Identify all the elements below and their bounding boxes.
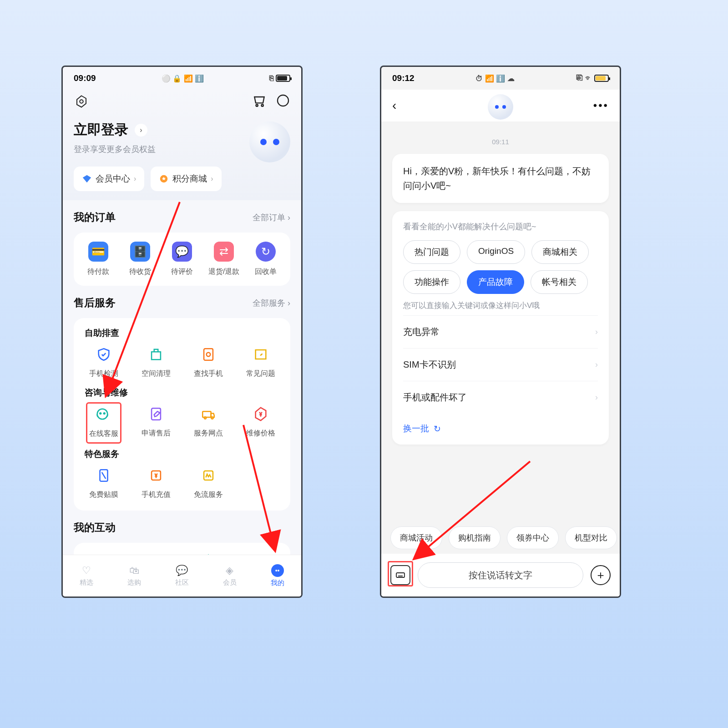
svc-service-center[interactable]: 服务网点: [182, 405, 234, 440]
phone-left: 09:09 ⚪ 🔒 📶 ℹ️ ⎘ 立即登录 › 登录享受更多会员权益: [61, 66, 303, 598]
status-bar: 09:09 ⚪ 🔒 📶 ℹ️ ⎘: [63, 67, 301, 90]
status-icons-right: ⎘ ᯤ: [576, 74, 609, 82]
avatar[interactable]: [249, 121, 290, 162]
chat-timestamp: 09:11: [392, 138, 609, 146]
interact-title: 我的互动: [74, 521, 116, 535]
voice-input[interactable]: 按住说话转文字: [418, 562, 583, 588]
svc-clean-storage[interactable]: 空间清理: [130, 345, 182, 379]
back-icon[interactable]: ‹: [392, 98, 396, 113]
svc-phone-check[interactable]: 手机检测: [77, 345, 130, 379]
menu-card: 看看全能的小V都能解决什么问题吧~ 热门问题 OriginOS 商城相关 功能操…: [392, 211, 609, 445]
chat-header: ‹ •••: [381, 90, 620, 121]
status-icons-right: ⎘: [269, 74, 290, 82]
cart-icon[interactable]: [252, 93, 267, 110]
svc-recharge[interactable]: 手机充值: [130, 466, 182, 500]
qc-activity[interactable]: 商城活动: [390, 526, 442, 549]
status-time: 09:12: [392, 73, 415, 83]
svc-find-phone[interactable]: 查找手机: [182, 345, 234, 379]
qc-guide[interactable]: 购机指南: [449, 526, 500, 549]
profile-header: 立即登录 › 登录享受更多会员权益 会员中心› 积分商城›: [63, 90, 301, 200]
member-center-chip[interactable]: 会员中心›: [74, 167, 144, 191]
svg-point-2: [262, 105, 263, 106]
tag-feature[interactable]: 功能操作: [403, 270, 460, 294]
status-icons-left: ⚪ 🔒 📶 ℹ️: [162, 74, 204, 83]
order-refund[interactable]: ⇄退货/退款: [203, 242, 245, 277]
quick-chips: 商城活动 购机指南 领券中心 机型对比 以: [381, 526, 620, 549]
svc-repair-price[interactable]: 维修价格: [234, 405, 287, 440]
svg-rect-5: [204, 349, 213, 360]
svc-group1-title: 自助排查: [77, 327, 287, 345]
svg-point-7: [97, 409, 107, 420]
svg-point-0: [80, 100, 83, 103]
qc-compare[interactable]: 机型对比: [565, 526, 617, 549]
status-time: 09:09: [74, 73, 96, 83]
svc-group3-title: 特色服务: [77, 448, 287, 466]
message-icon[interactable]: [276, 93, 290, 110]
order-pending-receive[interactable]: 🗄️待收货: [119, 242, 161, 277]
svg-point-9: [103, 413, 105, 414]
svg-rect-11: [202, 411, 211, 417]
tab-mine[interactable]: ••我的: [253, 555, 301, 597]
phone-right: 09:12 ⏱ 📶 ℹ️ ☁ ⎘ ᯤ ‹ ••• 09:11 Hi，亲爱的V粉，…: [380, 66, 621, 598]
menu-title: 看看全能的小V都能解决什么问题吧~: [403, 221, 598, 232]
svc-apply-aftersale[interactable]: 申请售后: [130, 405, 182, 440]
svc-online-support[interactable]: 在线客服: [77, 405, 130, 440]
orders-section: 我的订单 全部订单 › 💳待付款 🗄️待收货 💬待评价 ⇄退货/退款 ↻回收单: [63, 200, 301, 286]
svg-point-13: [211, 417, 213, 419]
tab-featured[interactable]: ♡精选: [63, 555, 111, 597]
svg-point-12: [204, 417, 206, 419]
svg-rect-20: [396, 573, 404, 577]
settings-icon[interactable]: [74, 94, 89, 109]
tag-hot[interactable]: 热门问题: [403, 240, 460, 264]
tag-shop[interactable]: 商城相关: [531, 240, 589, 264]
tag-account[interactable]: 帐号相关: [531, 270, 588, 294]
refresh-button[interactable]: 换一批 ↻: [403, 414, 598, 435]
tag-fault[interactable]: 产品故障: [467, 270, 524, 294]
tab-member[interactable]: ◈会员: [206, 555, 253, 597]
points-shop-label: 积分商城: [172, 173, 207, 185]
q-sim[interactable]: SIM卡不识别›: [403, 348, 598, 381]
q-charging[interactable]: 充电异常›: [403, 315, 598, 348]
svg-point-6: [206, 353, 210, 357]
order-pending-pay[interactable]: 💳待付款: [77, 242, 119, 277]
order-pending-review[interactable]: 💬待评价: [161, 242, 203, 277]
tag-originos[interactable]: OriginOS: [467, 240, 525, 264]
tab-shop[interactable]: 🛍选购: [111, 555, 158, 597]
more-icon[interactable]: •••: [593, 99, 609, 112]
svc-free-data[interactable]: 免流服务: [182, 466, 234, 500]
tab-community[interactable]: 💬社区: [158, 555, 206, 597]
orders-title: 我的订单: [74, 210, 116, 224]
qc-coupon[interactable]: 领券中心: [507, 526, 559, 549]
greeting-bubble: Hi，亲爱的V粉，新年快乐！有什么问题，不妨问问小V吧~: [392, 154, 609, 203]
tag-row: 热门问题 OriginOS 商城相关 功能操作 产品故障 帐号相关: [403, 240, 598, 294]
chat-body: 09:11 Hi，亲爱的V粉，新年快乐！有什么问题，不妨问问小V吧~ 看看全能的…: [381, 121, 620, 453]
points-shop-chip[interactable]: 积分商城›: [151, 167, 221, 191]
login-chevron-icon[interactable]: ›: [135, 124, 147, 136]
keyboard-icon[interactable]: [390, 565, 410, 585]
plus-icon[interactable]: +: [591, 565, 611, 585]
orders-all-link[interactable]: 全部订单 ›: [253, 212, 290, 223]
input-bar: 按住说话转文字 +: [381, 554, 620, 597]
input-hint: 您可以直接输入关键词或像这样问小V哦: [403, 300, 598, 311]
order-recycle[interactable]: ↻回收单: [245, 242, 287, 277]
svg-point-8: [100, 413, 101, 414]
svc-faq[interactable]: 常见问题: [234, 345, 287, 379]
svc-free-film[interactable]: 免费贴膜: [77, 466, 130, 500]
status-icons-left: ⏱ 📶 ℹ️ ☁: [475, 74, 514, 83]
bottom-nav: ♡精选 🛍选购 💬社区 ◈会员 ••我的: [63, 555, 301, 597]
member-center-label: 会员中心: [96, 173, 130, 185]
service-section: 售后服务 全部服务 › 自助排查 手机检测 空间清理 查找手机 常见问题 咨询与…: [63, 286, 301, 511]
bot-avatar: [488, 94, 513, 120]
svg-point-1: [256, 105, 258, 106]
service-title: 售后服务: [74, 296, 116, 310]
q-broken[interactable]: 手机或配件坏了›: [403, 381, 598, 414]
login-title[interactable]: 立即登录: [74, 121, 128, 139]
service-all-link[interactable]: 全部服务 ›: [253, 298, 290, 308]
status-bar: 09:12 ⏱ 📶 ℹ️ ☁ ⎘ ᯤ: [381, 67, 620, 90]
